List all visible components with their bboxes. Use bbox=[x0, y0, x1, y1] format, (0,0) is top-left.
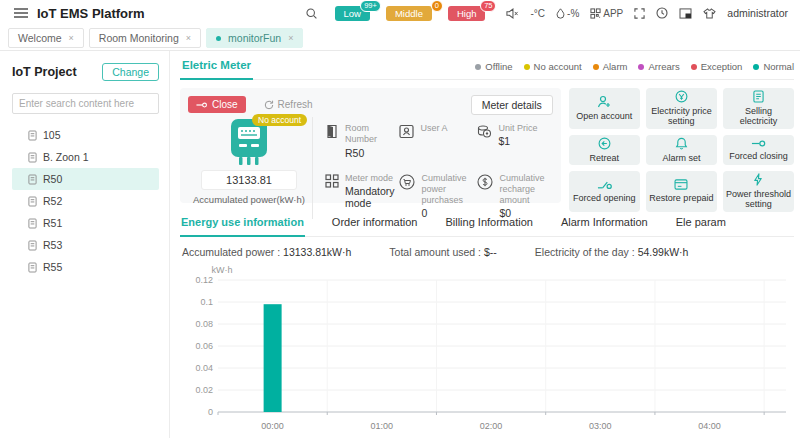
retreat-button[interactable]: Retreat bbox=[569, 135, 640, 165]
legend-alarm: Alarm bbox=[593, 61, 628, 72]
switch-off-icon bbox=[196, 101, 207, 109]
electricity-price-setting-button[interactable]: Electricity price setting bbox=[646, 88, 717, 129]
legend-exception: Exception bbox=[691, 61, 743, 72]
legend-normal: Normal bbox=[753, 61, 794, 72]
room-icon bbox=[325, 124, 339, 139]
field-user: User A bbox=[399, 123, 471, 159]
temperature-indicator: -°C bbox=[530, 8, 545, 19]
tab-monitorfun[interactable]: monitorFun × bbox=[206, 28, 303, 48]
field-label: User A bbox=[420, 123, 447, 134]
alarm-badge-high-label: High bbox=[457, 8, 477, 19]
search-icon[interactable] bbox=[305, 7, 318, 20]
tab-monitorfun-label: monitorFun bbox=[228, 32, 281, 44]
clock-icon[interactable] bbox=[656, 7, 668, 19]
device-tree: 105 B. Zoon 1 R50 R52 R51 R53 bbox=[12, 124, 159, 278]
selling-electricity-icon bbox=[753, 90, 764, 103]
field-cumulative-purchases: Cumulative power purchases0 bbox=[399, 173, 471, 220]
volume-icon[interactable] bbox=[506, 8, 519, 19]
tab-room-monitoring[interactable]: Room Monitoring × bbox=[89, 28, 201, 48]
power-threshold-icon bbox=[753, 173, 763, 186]
field-label: Cumulative recharge amount bbox=[499, 173, 552, 207]
tree-item-r51[interactable]: R51 bbox=[12, 212, 159, 234]
screenshot-icon[interactable] bbox=[679, 8, 692, 19]
tab-alarm-information[interactable]: Alarm Information bbox=[560, 212, 649, 236]
meter-node-icon bbox=[28, 218, 37, 229]
alarm-badge-low-label: Low bbox=[344, 8, 361, 19]
tab-welcome[interactable]: Welcome × bbox=[8, 28, 84, 48]
svg-text:0.04: 0.04 bbox=[195, 363, 213, 373]
legend-label: Normal bbox=[763, 61, 794, 72]
tree-item-r53[interactable]: R53 bbox=[12, 234, 159, 256]
close-icon[interactable]: × bbox=[69, 33, 74, 43]
app-header: IoT EMS Platform Low 99+ Middle 0 High 7… bbox=[0, 0, 800, 26]
restore-prepaid-button[interactable]: Restore prepaid bbox=[646, 171, 717, 212]
field-value: Mandatory mode bbox=[345, 185, 395, 209]
meter-panel: Close Refresh Meter details bbox=[180, 88, 561, 203]
tab-room-monitoring-label: Room Monitoring bbox=[99, 32, 179, 44]
alarm-badge-low-count: 99+ bbox=[360, 0, 381, 12]
app-qr-button[interactable]: APP bbox=[590, 8, 623, 19]
accumulated-power-value: 13133.81 bbox=[201, 170, 297, 190]
tree-item-label: R52 bbox=[43, 195, 62, 207]
legend-arrears: Arrears bbox=[638, 61, 679, 72]
alarm-badge-middle-count: 0 bbox=[431, 0, 443, 12]
tree-item-label: R55 bbox=[43, 261, 62, 273]
open-account-button[interactable]: Open account bbox=[569, 88, 640, 129]
humidity-value: -% bbox=[567, 8, 579, 19]
user-name[interactable]: administrator bbox=[727, 7, 788, 19]
power-threshold-setting-button[interactable]: Power threshold setting bbox=[723, 171, 794, 212]
tree-item-r52[interactable]: R52 bbox=[12, 190, 159, 212]
user-card-icon bbox=[399, 124, 414, 139]
alarm-badge-high[interactable]: High 75 bbox=[448, 6, 486, 21]
alarm-badge-high-count: 75 bbox=[480, 0, 496, 12]
meter-node-icon bbox=[28, 196, 37, 207]
action-label: Power threshold setting bbox=[726, 189, 791, 210]
svg-text:0.1: 0.1 bbox=[200, 297, 213, 307]
alarm-badge-low[interactable]: Low 99+ bbox=[335, 6, 370, 21]
open-account-icon bbox=[597, 95, 611, 108]
alarm-badge-middle[interactable]: Middle 0 bbox=[386, 6, 432, 21]
legend-label: Alarm bbox=[603, 61, 628, 72]
sidebar-search-input[interactable] bbox=[12, 93, 159, 114]
cart-icon bbox=[399, 174, 415, 190]
normal-dot-icon bbox=[753, 64, 759, 70]
coins-icon bbox=[477, 124, 492, 139]
close-icon[interactable]: × bbox=[186, 33, 191, 43]
selling-electricity-button[interactable]: Selling electricity bbox=[723, 88, 794, 129]
refresh-button[interactable]: Refresh bbox=[264, 99, 313, 110]
menu-icon[interactable] bbox=[14, 7, 28, 19]
tree-item-105[interactable]: 105 bbox=[12, 124, 159, 146]
summary-value: $-- bbox=[484, 246, 497, 258]
droplet-icon bbox=[556, 8, 565, 19]
close-icon[interactable]: × bbox=[288, 33, 293, 43]
meter-details-button[interactable]: Meter details bbox=[471, 95, 553, 115]
tab-welcome-label: Welcome bbox=[18, 32, 62, 44]
theme-skin-icon[interactable] bbox=[703, 8, 716, 19]
retreat-icon bbox=[598, 137, 611, 150]
app-title: IoT EMS Platform bbox=[37, 6, 145, 21]
forced-closing-button[interactable]: Forced closing bbox=[723, 135, 794, 165]
dollar-circle-icon bbox=[477, 174, 493, 190]
field-value: R50 bbox=[345, 147, 393, 159]
qr-icon bbox=[590, 8, 601, 19]
summary-electricity-of-day: Electricity of the day :54.99kW·h bbox=[535, 246, 689, 258]
brand: IoT EMS Platform bbox=[14, 6, 145, 21]
change-project-button[interactable]: Change bbox=[102, 63, 159, 81]
tab-ele-param[interactable]: Ele param bbox=[675, 212, 727, 236]
close-meter-button[interactable]: Close bbox=[188, 96, 246, 113]
forced-opening-icon bbox=[597, 180, 612, 190]
energy-summary: Accumulated power :13133.81kW·h Total am… bbox=[180, 237, 794, 260]
tree-item-b-zoon-1[interactable]: B. Zoon 1 bbox=[12, 146, 159, 168]
summary-label: Accumulated power : bbox=[182, 246, 280, 258]
tree-item-r55[interactable]: R55 bbox=[12, 256, 159, 278]
energy-use-bar-chart[interactable]: 00.020.040.060.080.10.1200:0001:0002:000… bbox=[180, 262, 794, 438]
meter-illustration: No account bbox=[217, 117, 281, 167]
alarm-set-button[interactable]: Alarm set bbox=[646, 135, 717, 165]
tree-item-label: 105 bbox=[43, 129, 61, 141]
fullscreen-icon[interactable] bbox=[634, 8, 645, 19]
tree-item-r50[interactable]: R50 bbox=[12, 168, 159, 190]
action-label: Alarm set bbox=[662, 153, 700, 163]
tab-electric-meter[interactable]: Eletric Meter bbox=[180, 59, 253, 80]
forced-opening-button[interactable]: Forced opening bbox=[569, 171, 640, 212]
legend-no-account: No account bbox=[524, 61, 582, 72]
